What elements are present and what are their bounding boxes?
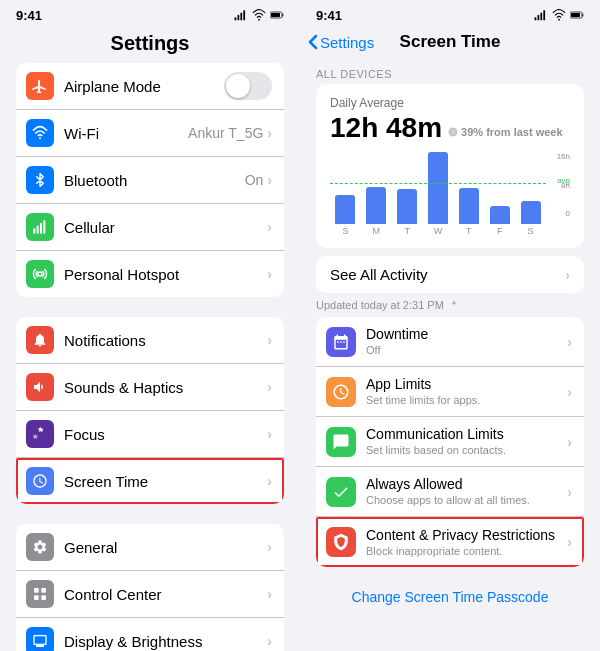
- daily-avg-time: 12h 48m ↑ 39% from last week: [330, 112, 570, 144]
- battery-icon: [270, 8, 284, 22]
- network-section: Airplane Mode Wi-Fi: [16, 63, 284, 297]
- row-applimits[interactable]: App Limits Set time limits for apps. ›: [316, 367, 584, 417]
- bar-m: [366, 187, 386, 224]
- right-status-icons: [534, 8, 584, 22]
- row-downtime[interactable]: Downtime Off ›: [316, 317, 584, 367]
- chart-bar-m: [361, 152, 390, 224]
- focus-label: Focus: [64, 426, 105, 443]
- right-signal-icon: [534, 8, 548, 22]
- bluetooth-chevron: ›: [267, 172, 272, 188]
- general-chevron: ›: [267, 539, 272, 555]
- sounds-chevron: ›: [267, 379, 272, 395]
- right-wifi-icon: [552, 8, 566, 22]
- svg-rect-15: [41, 588, 46, 593]
- row-sounds[interactable]: Sounds & Haptics ›: [16, 364, 284, 411]
- airplane-toggle[interactable]: [224, 72, 272, 100]
- airplane-toggle-thumb: [226, 74, 250, 98]
- general-icon: [26, 533, 54, 561]
- applimits-icon: [326, 377, 356, 407]
- row-controlcenter[interactable]: Control Center ›: [16, 571, 284, 618]
- right-panel: 9:41 Set: [300, 0, 600, 651]
- row-alwaysallowed[interactable]: Always Allowed Choose apps to allow at a…: [316, 467, 584, 517]
- row-focus[interactable]: Focus ›: [16, 411, 284, 458]
- notifications-row-content: Notifications ›: [64, 332, 272, 349]
- hotspot-row-content: Personal Hotspot ›: [64, 266, 272, 283]
- bar-t1: [397, 189, 417, 224]
- right-status-time: 9:41: [316, 8, 342, 23]
- svg-rect-19: [535, 17, 537, 20]
- controlcenter-icon: [26, 580, 54, 608]
- row-airplane[interactable]: Airplane Mode: [16, 63, 284, 110]
- downtime-icon: [326, 327, 356, 357]
- row-contentprivacy[interactable]: Content & Privacy Restrictions Block ina…: [316, 517, 584, 567]
- svg-point-13: [38, 272, 42, 276]
- alwaysallowed-subtitle: Choose apps to allow at all times.: [366, 493, 567, 507]
- svg-rect-3: [243, 10, 245, 20]
- alwaysallowed-title: Always Allowed: [366, 476, 567, 493]
- daily-avg-time-value: 12h 48m: [330, 112, 442, 144]
- day-s1: S: [330, 226, 361, 236]
- chart-bar-s1: [330, 152, 359, 224]
- svg-rect-1: [238, 15, 240, 20]
- right-page-title: Screen Time: [400, 32, 501, 52]
- downtime-subtitle: Off: [366, 343, 567, 357]
- hotspot-chevron: ›: [267, 266, 272, 282]
- row-general[interactable]: General ›: [16, 524, 284, 571]
- notifications-icon: [26, 326, 54, 354]
- wifi-right: Ankur T_5G ›: [188, 125, 272, 141]
- focus-row-content: Focus ›: [64, 426, 272, 443]
- day-labels: S M T W T F S: [330, 226, 570, 236]
- all-devices-label: ALL DEVICES: [300, 60, 600, 84]
- applimits-chevron: ›: [567, 384, 572, 400]
- chart-bars: [330, 152, 570, 224]
- day-t1: T: [392, 226, 423, 236]
- daily-avg-change: ↑ 39% from last week: [448, 126, 563, 138]
- svg-rect-25: [582, 14, 583, 17]
- row-bluetooth[interactable]: Bluetooth On ›: [16, 157, 284, 204]
- y-axis: 16h 8h 0: [557, 152, 570, 218]
- screentime-label: Screen Time: [64, 473, 148, 490]
- change-passcode-row[interactable]: Change Screen Time Passcode: [300, 579, 600, 615]
- contentprivacy-text: Content & Privacy Restrictions Block ina…: [366, 527, 567, 558]
- bar-f: [490, 206, 510, 224]
- svg-rect-10: [37, 226, 39, 234]
- y-label-0: 0: [566, 209, 570, 218]
- commlimits-icon: [326, 427, 356, 457]
- signal-icon: [234, 8, 248, 22]
- see-all-activity-row[interactable]: See All Activity ›: [316, 256, 584, 293]
- screentime-icon: [26, 467, 54, 495]
- row-notifications[interactable]: Notifications ›: [16, 317, 284, 364]
- airplane-icon: [26, 72, 54, 100]
- row-display[interactable]: Display & Brightness ›: [16, 618, 284, 651]
- back-button[interactable]: Settings: [308, 34, 374, 51]
- wifi-value: Ankur T_5G: [188, 125, 263, 141]
- left-status-icons: [234, 8, 284, 22]
- svg-rect-11: [40, 223, 42, 234]
- row-screentime[interactable]: Screen Time ›: [16, 458, 284, 504]
- right-content: ALL DEVICES Daily Average 12h 48m ↑ 39% …: [300, 60, 600, 651]
- controlcenter-label: Control Center: [64, 586, 162, 603]
- y-label-16h: 16h: [557, 152, 570, 161]
- alwaysallowed-chevron: ›: [567, 484, 572, 500]
- bluetooth-label: Bluetooth: [64, 172, 127, 189]
- chart-bar-f: [486, 152, 515, 224]
- general-row-content: General ›: [64, 539, 272, 556]
- day-s2: S: [515, 226, 546, 236]
- see-all-activity-label: See All Activity: [330, 266, 428, 283]
- row-wifi[interactable]: Wi-Fi Ankur T_5G ›: [16, 110, 284, 157]
- row-commlimits[interactable]: Communication Limits Set limits based on…: [316, 417, 584, 467]
- row-cellular[interactable]: Cellular ›: [16, 204, 284, 251]
- svg-rect-9: [33, 228, 35, 233]
- svg-rect-6: [282, 14, 283, 17]
- svg-rect-0: [235, 17, 237, 20]
- row-hotspot[interactable]: Personal Hotspot ›: [16, 251, 284, 297]
- change-passcode-label: Change Screen Time Passcode: [352, 589, 549, 605]
- updated-text: Updated today at 2:31 PM: [316, 299, 444, 311]
- y-label-8h: 8h: [561, 181, 570, 190]
- chart-bar-t2: [455, 152, 484, 224]
- svg-rect-12: [43, 220, 45, 233]
- alwaysallowed-icon: [326, 477, 356, 507]
- right-header: Settings Screen Time: [300, 28, 600, 60]
- bar-w: [428, 152, 448, 224]
- wifi-icon: [26, 119, 54, 147]
